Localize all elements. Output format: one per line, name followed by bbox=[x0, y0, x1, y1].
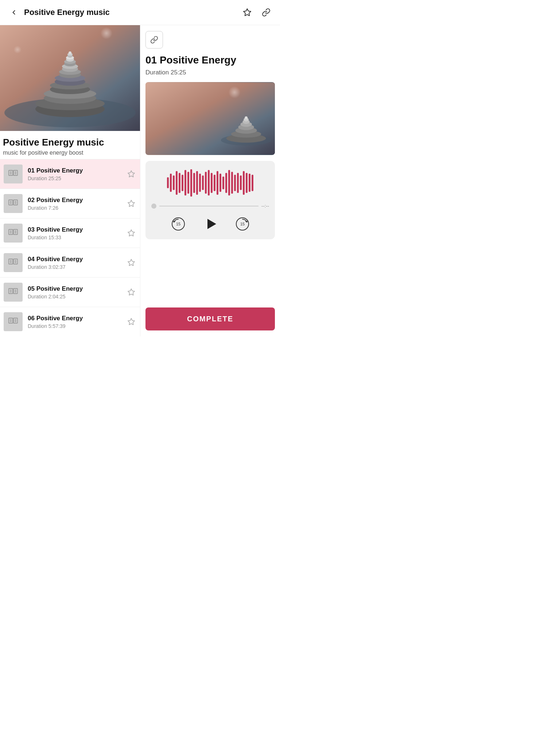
header-left: Positive Energy music bbox=[7, 6, 110, 19]
track-favorite-button[interactable] bbox=[126, 228, 136, 238]
waveform-bar bbox=[252, 175, 253, 191]
track-item[interactable]: 01 Positive Energy Duration 25:25 bbox=[0, 159, 140, 189]
waveform-bar bbox=[222, 177, 224, 189]
waveform-bar bbox=[219, 174, 221, 192]
svg-marker-68 bbox=[128, 289, 135, 295]
waveform-bar bbox=[240, 175, 242, 190]
track-duration: Duration 5:57:39 bbox=[28, 323, 126, 329]
player-progress: --:-- bbox=[151, 203, 269, 209]
svg-marker-50 bbox=[128, 230, 135, 236]
track-thumbnail bbox=[4, 283, 23, 302]
waveform-bar bbox=[187, 172, 189, 194]
svg-marker-77 bbox=[128, 318, 135, 325]
detail-title: 01 Positive Energy bbox=[145, 54, 275, 66]
waveform-bar bbox=[205, 172, 207, 194]
track-favorite-button[interactable] bbox=[126, 317, 136, 327]
waveform-bar bbox=[208, 170, 210, 196]
waveform-bar bbox=[246, 173, 248, 193]
waveform-bar bbox=[199, 174, 201, 192]
track-duration: Duration 25:25 bbox=[28, 175, 126, 181]
album-subtitle: music for positive energy boost bbox=[3, 150, 137, 156]
album-info: Positive Energy music music for positive… bbox=[0, 131, 140, 159]
spacer bbox=[145, 245, 275, 307]
favorite-button[interactable] bbox=[241, 6, 254, 19]
back-button[interactable] bbox=[7, 6, 20, 19]
track-thumbnail bbox=[4, 165, 23, 183]
track-thumbnail bbox=[4, 194, 23, 213]
waveform-bar bbox=[190, 169, 192, 197]
waveform-bar bbox=[237, 173, 239, 193]
track-duration: Duration 7:26 bbox=[28, 205, 126, 211]
waveform-bar bbox=[184, 170, 186, 196]
track-item[interactable]: 05 Positive Energy Duration 2:04:25 bbox=[0, 277, 140, 307]
track-item[interactable]: 04 Positive Energy Duration 3:02:37 bbox=[0, 248, 140, 277]
track-item[interactable]: 03 Positive Energy Duration 15:33 bbox=[0, 218, 140, 248]
track-thumbnail bbox=[4, 312, 23, 331]
track-name: 03 Positive Energy bbox=[28, 226, 126, 233]
track-item[interactable]: 02 Positive Energy Duration 7:26 bbox=[0, 189, 140, 218]
play-button[interactable] bbox=[201, 214, 220, 233]
track-info: 05 Positive Energy Duration 2:04:25 bbox=[28, 285, 126, 299]
track-name: 01 Positive Energy bbox=[28, 167, 126, 174]
waveform-bar bbox=[176, 171, 178, 195]
header: Positive Energy music bbox=[0, 0, 280, 25]
svg-marker-59 bbox=[128, 259, 135, 266]
waveform-bar bbox=[167, 177, 169, 188]
waveform-bar bbox=[179, 173, 180, 193]
main-layout: Positive Energy music music for positive… bbox=[0, 25, 280, 336]
track-duration: Duration 3:02:37 bbox=[28, 264, 126, 270]
track-favorite-button[interactable] bbox=[126, 287, 136, 297]
hero-image bbox=[0, 25, 140, 131]
track-thumbnail bbox=[4, 224, 23, 243]
detail-image bbox=[145, 82, 275, 155]
svg-marker-32 bbox=[128, 171, 135, 177]
svg-marker-41 bbox=[128, 200, 135, 206]
track-thumbnail bbox=[4, 253, 23, 272]
track-list: 01 Positive Energy Duration 25:25 bbox=[0, 159, 140, 336]
detail-link-button[interactable] bbox=[145, 31, 163, 49]
waveform-bar bbox=[173, 175, 175, 190]
waveform-bar bbox=[214, 175, 215, 191]
left-column: Positive Energy music music for positive… bbox=[0, 25, 140, 336]
waveform-bar bbox=[202, 175, 204, 190]
album-title: Positive Energy music bbox=[3, 137, 137, 148]
rewind-button[interactable]: 15 bbox=[170, 216, 186, 232]
track-favorite-button[interactable] bbox=[126, 169, 136, 179]
track-info: 06 Positive Energy Duration 5:57:39 bbox=[28, 315, 126, 329]
audio-player: --:-- 15 bbox=[145, 161, 275, 239]
svg-point-23 bbox=[69, 51, 71, 54]
track-favorite-button[interactable] bbox=[126, 258, 136, 268]
waveform-bar bbox=[231, 172, 233, 194]
forward-button[interactable]: 15 bbox=[234, 216, 250, 232]
track-info: 04 Positive Energy Duration 3:02:37 bbox=[28, 256, 126, 270]
svg-marker-91 bbox=[207, 219, 216, 229]
waveform-bar bbox=[193, 173, 195, 193]
svg-text:15: 15 bbox=[176, 222, 180, 226]
svg-point-3 bbox=[11, 40, 44, 73]
svg-point-2 bbox=[78, 25, 118, 65]
track-favorite-button[interactable] bbox=[126, 198, 136, 209]
player-controls: 15 15 bbox=[151, 214, 269, 233]
progress-bar[interactable] bbox=[159, 206, 258, 206]
waveform-bar bbox=[217, 171, 218, 195]
detail-duration: Duration 25:25 bbox=[145, 69, 275, 76]
waveform-bar bbox=[243, 171, 245, 195]
svg-point-79 bbox=[215, 85, 245, 115]
waveform-bar bbox=[228, 170, 230, 196]
complete-button[interactable]: COMPLETE bbox=[145, 307, 275, 330]
share-button[interactable] bbox=[260, 6, 273, 19]
svg-point-88 bbox=[245, 116, 248, 119]
track-duration: Duration 2:04:25 bbox=[28, 294, 126, 299]
track-name: 02 Positive Energy bbox=[28, 197, 126, 204]
waveform-bar bbox=[182, 175, 183, 191]
track-info: 01 Positive Energy Duration 25:25 bbox=[28, 167, 126, 181]
header-icons bbox=[241, 6, 273, 19]
track-name: 04 Positive Energy bbox=[28, 256, 126, 263]
progress-indicator bbox=[151, 204, 156, 209]
track-info: 03 Positive Energy Duration 15:33 bbox=[28, 226, 126, 240]
track-item[interactable]: 06 Positive Energy Duration 5:57:39 bbox=[0, 307, 140, 336]
svg-text:15: 15 bbox=[240, 222, 244, 226]
waveform-bar bbox=[196, 171, 198, 195]
track-duration: Duration 15:33 bbox=[28, 235, 126, 240]
track-name: 05 Positive Energy bbox=[28, 285, 126, 293]
